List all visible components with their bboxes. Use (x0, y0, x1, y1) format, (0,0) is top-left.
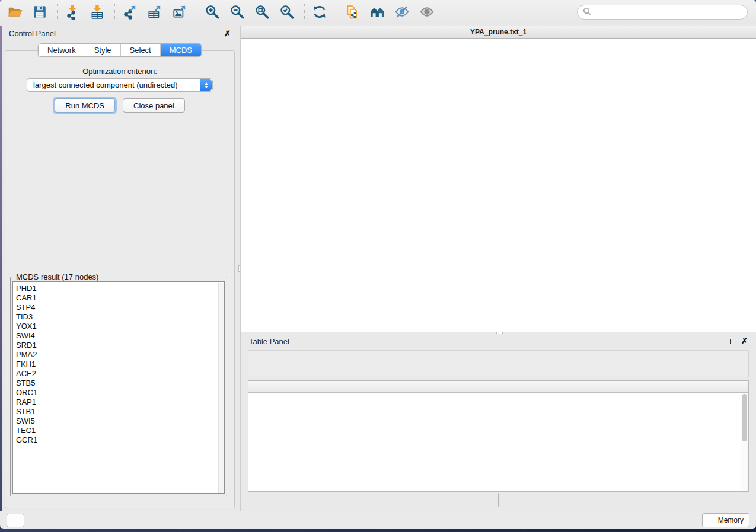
mcds-result-item[interactable]: ORC1 (13, 388, 224, 398)
criterion-dropdown[interactable]: largest connected component (undirected) (27, 78, 213, 92)
save-session-button[interactable] (31, 3, 49, 21)
network-canvas[interactable] (241, 39, 756, 332)
export-table-button[interactable] (146, 3, 164, 21)
first-neighbors-button[interactable] (368, 3, 386, 21)
hide-selected-button[interactable] (393, 3, 411, 21)
toolbar-separator (197, 4, 197, 20)
control-panel-title: Control Panel (9, 29, 56, 38)
application-window: Control Panel ✗ Optimization criterion: … (0, 0, 756, 529)
vertical-splitter-grip[interactable] (238, 265, 240, 272)
toolbar-separator (304, 4, 305, 20)
export-network-button[interactable] (121, 3, 139, 21)
task-history-button[interactable] (7, 514, 24, 527)
memory-label: Memory (718, 516, 744, 524)
table-scrollbar[interactable] (741, 393, 748, 491)
toolbar-separator (57, 4, 58, 20)
tab-mcds[interactable]: MCDS (160, 44, 201, 56)
network-window-title: YPA_prune.txt_1 (241, 28, 756, 36)
clone-network-button[interactable] (343, 3, 361, 21)
import-network-button[interactable] (63, 3, 81, 21)
toolbar-separator (114, 4, 115, 20)
mcds-result-item[interactable]: GCR1 (13, 435, 224, 445)
run-mcds-button[interactable]: Run MCDS (55, 98, 115, 113)
table-panel: Table Panel ✗ (241, 334, 756, 511)
mcds-result-item[interactable]: PHD1 (13, 284, 224, 293)
control-panel: Control Panel ✗ Optimization criterion: … (2, 26, 238, 511)
mcds-result-item[interactable]: STP4 (13, 303, 224, 312)
dropdown-stepper-icon (200, 79, 212, 91)
node-table (248, 380, 749, 492)
show-all-button[interactable] (418, 3, 436, 21)
mcds-result-item[interactable]: SWI5 (13, 416, 224, 426)
mcds-result-item[interactable]: RAP1 (13, 398, 224, 407)
table-toolbar (248, 350, 749, 377)
search-icon (583, 7, 591, 18)
criterion-dropdown-value: largest connected component (undirected) (33, 81, 178, 89)
optimization-criterion-label: Optimization criterion: (5, 67, 234, 76)
network-window-titlebar[interactable]: YPA_prune.txt_1 (241, 26, 756, 39)
fit-content-button[interactable] (253, 3, 271, 21)
export-image-button[interactable] (171, 3, 189, 21)
table-header-row (248, 381, 748, 393)
mcds-result-title: MCDS result (17 nodes) (14, 273, 101, 281)
table-body (248, 393, 741, 491)
table-scrollbar-thumb[interactable] (742, 394, 747, 441)
close-table-panel-icon[interactable]: ✗ (741, 338, 748, 344)
mcds-result-list[interactable]: PHD1CAR1STP4TID3YOX1SWI4SRD1PMA2FKH1ACE2… (12, 281, 225, 494)
memory-status-icon (708, 517, 714, 524)
status-bar: Memory (0, 511, 756, 529)
horizontal-splitter-grip[interactable] (496, 332, 503, 334)
close-panel-icon[interactable]: ✗ (224, 31, 231, 37)
mcds-result-item[interactable]: ACE2 (13, 369, 224, 379)
memory-button[interactable]: Memory (702, 513, 749, 527)
mcds-result-item[interactable]: TID3 (13, 312, 224, 322)
mcds-result-item[interactable]: PMA2 (13, 350, 224, 360)
desktop-edge (0, 26, 2, 529)
tab-select[interactable]: Select (120, 44, 160, 56)
mcds-result-item[interactable]: CAR1 (13, 293, 224, 303)
mcds-result-item[interactable]: STB5 (13, 379, 224, 388)
mcds-result-item[interactable]: SRD1 (13, 341, 224, 350)
toolbar-separator (337, 4, 337, 20)
horizontal-splitter[interactable] (241, 332, 756, 334)
list-scrollbar[interactable] (218, 283, 224, 493)
zoom-out-button[interactable] (228, 3, 246, 21)
mcds-result-item[interactable]: SWI4 (13, 331, 224, 341)
zoom-selected-button[interactable] (278, 3, 296, 21)
zoom-in-button[interactable] (203, 3, 221, 21)
close-panel-button[interactable]: Close panel (123, 98, 185, 113)
table-panel-title: Table Panel (249, 337, 289, 346)
import-table-button[interactable] (88, 3, 106, 21)
open-file-button[interactable] (6, 3, 24, 21)
mcds-result-item[interactable]: TEC1 (13, 426, 224, 435)
refresh-view-button[interactable] (311, 3, 328, 21)
main-toolbar (0, 0, 756, 24)
search-input[interactable] (591, 8, 747, 17)
mcds-result-item[interactable]: FKH1 (13, 360, 224, 369)
tab-network[interactable]: Network (39, 44, 85, 56)
mcds-result-item[interactable]: YOX1 (13, 322, 224, 331)
network-graph[interactable] (241, 39, 756, 332)
table-tabs (498, 493, 499, 507)
mcds-result-groupbox: MCDS result (17 nodes) PHD1CAR1STP4TID3Y… (10, 277, 227, 496)
control-panel-tabs: NetworkStyleSelectMCDS (38, 43, 202, 57)
vertical-splitter[interactable] (238, 26, 241, 511)
float-panel-icon[interactable] (213, 31, 218, 36)
mcds-result-item[interactable]: STB1 (13, 407, 224, 416)
mcds-tab-content: Optimization criterion: largest connecte… (5, 50, 235, 508)
search-field[interactable] (577, 5, 748, 20)
tab-style[interactable]: Style (85, 44, 120, 56)
float-table-panel-icon[interactable] (730, 339, 735, 344)
network-view-frame: YPA_prune.txt_1 (241, 26, 756, 332)
